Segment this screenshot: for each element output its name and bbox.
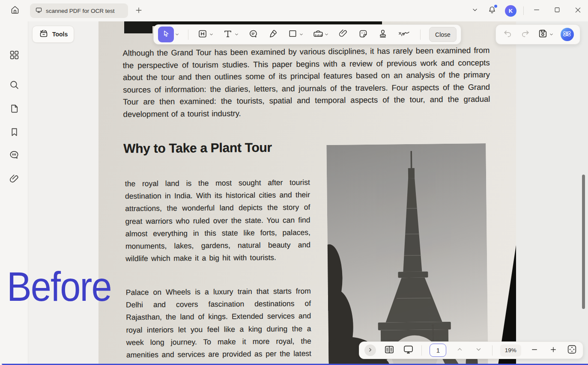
measure-tool-button[interactable]: [313, 29, 324, 40]
collapse-icon: [367, 347, 373, 354]
sidebar-item-search[interactable]: [8, 80, 20, 92]
titlebar-divider: [523, 6, 524, 15]
zoom-out-button[interactable]: [529, 345, 540, 356]
signature-tool-button[interactable]: [397, 29, 412, 40]
close-window-icon: [574, 6, 582, 16]
doc-paragraph-1: Although the Grand Tour has been examine…: [122, 45, 490, 121]
window-menu-chevron[interactable]: [466, 2, 484, 19]
redo-button[interactable]: [519, 29, 531, 40]
titlebar-right: K: [466, 0, 588, 21]
shape-tool-dropdown[interactable]: [298, 29, 304, 40]
toolbar-divider: [492, 345, 492, 356]
toolbar-divider: [421, 345, 422, 356]
zoom-level[interactable]: 19%: [500, 344, 521, 356]
heading-tool-dropdown[interactable]: [209, 29, 214, 40]
next-page-button[interactable]: [473, 345, 484, 356]
notifications-button[interactable]: [484, 2, 501, 19]
thumbnail-panel: [28, 21, 98, 365]
document-tab[interactable]: scanned PDF for OCR test: [30, 3, 128, 18]
attachment-icon: [338, 29, 348, 40]
before-overlay-label: Before: [7, 266, 111, 307]
pdf-editor-window: scanned PDF for OCR test: [0, 0, 588, 365]
eiffel-tower-photo: [326, 143, 488, 365]
collapse-toolbar-button[interactable]: [364, 344, 376, 356]
avatar[interactable]: K: [505, 5, 516, 17]
ai-assistant-button[interactable]: [561, 28, 574, 41]
sticker-icon: [358, 29, 368, 41]
save-icon: [537, 28, 548, 41]
signature-icon: [397, 29, 411, 41]
zoom-in-icon: [549, 346, 557, 355]
bell-icon: [487, 5, 497, 16]
select-tool-dropdown[interactable]: [174, 29, 179, 40]
doc-heading: Why to Take a Plant Tour: [123, 140, 272, 156]
page-number-input[interactable]: 1: [430, 344, 446, 357]
comment-tool-button[interactable]: [248, 29, 259, 40]
sidebar-item-bookmarks[interactable]: [8, 127, 20, 139]
select-tool-button[interactable]: [158, 27, 174, 42]
tools-button[interactable]: Tools: [32, 26, 74, 43]
home-button[interactable]: [6, 2, 24, 19]
close-toolbar-button[interactable]: Close: [429, 27, 457, 42]
notification-dot: [494, 5, 497, 8]
minimize-button[interactable]: [526, 2, 547, 19]
tools-button-label: Tools: [52, 31, 68, 38]
stamp-icon: [378, 29, 388, 41]
attach-tool-button[interactable]: [338, 29, 349, 40]
undo-icon: [503, 29, 513, 40]
fit-screen-button[interactable]: [567, 345, 578, 356]
apps-grid-icon: [9, 50, 20, 62]
text-tool-dropdown[interactable]: [234, 29, 239, 40]
ai-assistant-icon: [562, 29, 572, 41]
measure-tool-dropdown[interactable]: [324, 29, 329, 40]
attachment-icon: [9, 174, 20, 186]
comment-tool-icon: [248, 29, 258, 41]
sidebar-item-apps[interactable]: [8, 50, 20, 62]
stamp-tool-button[interactable]: [377, 29, 388, 40]
toolbar-divider: [420, 30, 421, 40]
document-page[interactable]: Although the Grand Tour has been examine…: [98, 21, 516, 365]
toolbar-divider: [188, 30, 188, 40]
home-icon: [10, 5, 20, 17]
highlighter-tool-button[interactable]: [267, 29, 278, 40]
sidebar-item-comments[interactable]: [8, 150, 20, 162]
heading-tool-icon: [197, 29, 208, 41]
sidebar-item-attachments[interactable]: [8, 174, 20, 186]
toolbox-icon: [39, 28, 49, 40]
new-tab-button[interactable]: [133, 6, 144, 17]
titlebar: scanned PDF for OCR test: [0, 0, 588, 21]
zoom-in-button[interactable]: [548, 345, 559, 356]
zoom-out-icon: [531, 346, 538, 355]
shape-tool-button[interactable]: [287, 29, 298, 40]
sidebar-item-pages[interactable]: [8, 103, 20, 115]
save-button[interactable]: [537, 29, 549, 40]
sticker-tool-button[interactable]: [358, 29, 369, 40]
maximize-button[interactable]: [547, 2, 567, 19]
close-window-button[interactable]: [567, 2, 588, 19]
doc-paragraph-3: Palace on Wheels is a luxury train that …: [126, 285, 312, 365]
heading-tool-button[interactable]: [197, 29, 208, 40]
select-cursor-icon: [162, 30, 170, 40]
save-dropdown[interactable]: [549, 29, 554, 40]
maximize-icon: [553, 6, 561, 15]
shape-icon: [288, 29, 298, 40]
new-tab-icon: [134, 6, 143, 16]
search-icon: [9, 80, 20, 92]
history-save-toolbar: [495, 24, 580, 45]
doc-paragraph-2: the royal land is the most sought after …: [125, 176, 311, 265]
fit-screen-icon: [567, 344, 577, 356]
book-view-button[interactable]: [384, 345, 395, 356]
presentation-button[interactable]: [403, 345, 414, 356]
text-tool-icon: [223, 29, 233, 41]
minimize-icon: [532, 6, 541, 16]
page-down-icon: [475, 346, 482, 354]
redo-icon: [520, 29, 530, 40]
vertical-scrollbar[interactable]: [582, 175, 585, 309]
page-up-icon: [457, 346, 463, 354]
page-navigation-toolbar: 1 19%: [359, 341, 583, 359]
previous-page-button[interactable]: [454, 345, 465, 356]
bookmark-icon: [9, 127, 20, 139]
text-tool-button[interactable]: [222, 29, 233, 40]
window-chevron-icon: [471, 6, 479, 15]
undo-button[interactable]: [502, 29, 513, 40]
